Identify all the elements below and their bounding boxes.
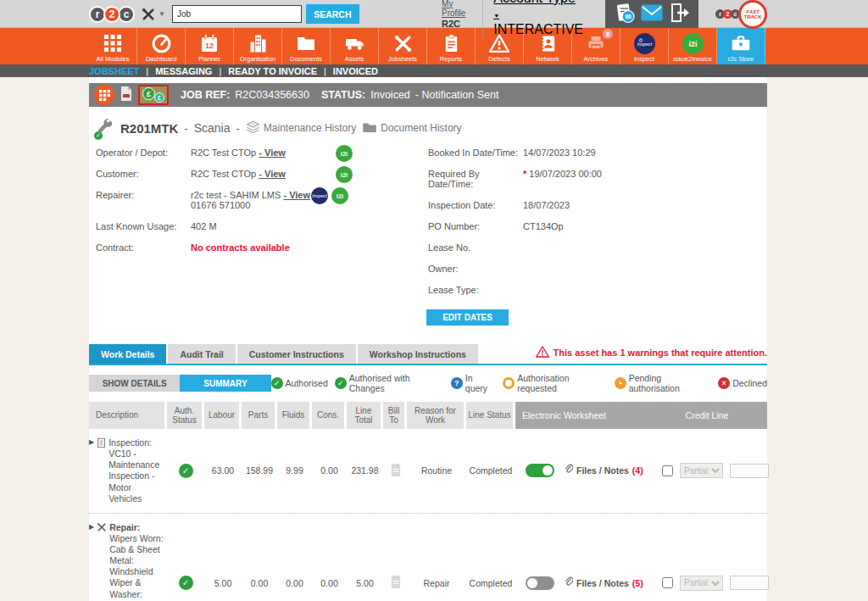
paperclip-icon: [565, 464, 573, 477]
details-left-column: Operator / Depot: R2C Test CTOp - View i…: [96, 147, 428, 306]
jobsheet-type-icon[interactable]: [94, 85, 114, 105]
subnav-invoiced[interactable]: INVOICED: [333, 66, 378, 76]
credit-type-select[interactable]: Partial: [680, 463, 723, 478]
module-jobsheets[interactable]: Jobsheets: [379, 28, 427, 64]
worksheet-toggle[interactable]: [526, 576, 554, 590]
detail-required-by: Required By Date/Time: * 19/07/2023 00:0…: [428, 169, 760, 189]
module-archives[interactable]: 8 Archives: [572, 28, 620, 64]
repair-line-icon: [97, 522, 107, 534]
work-line-row: ▶ Inspection: VC10 - Maintenance Inspect…: [89, 429, 767, 514]
credit-checkbox[interactable]: [662, 465, 673, 476]
i2i-badge[interactable]: i2i: [336, 145, 353, 162]
credit-amount-input[interactable]: [730, 576, 769, 590]
details-right-column: Booked In Date/Time: 14/07/2023 10:29 Re…: [428, 147, 760, 306]
module-issue2invoice[interactable]: i2i Issue2Invoice: [669, 28, 717, 64]
module-defects[interactable]: Defects: [476, 28, 524, 64]
subnav-ready-to-invoice[interactable]: READY TO INVOICE: [228, 66, 317, 76]
credit-type-select[interactable]: Partial: [680, 576, 723, 591]
tools-icon: [392, 32, 414, 54]
module-inspect[interactable]: Inspect Inspect: [620, 28, 669, 64]
i2i-badge[interactable]: i2i: [331, 187, 348, 204]
expand-row-icon[interactable]: ▶: [89, 437, 94, 447]
expand-row-icon[interactable]: ▶: [89, 522, 94, 531]
document-history-link[interactable]: Document History: [362, 121, 461, 136]
tab-workshop-instructions[interactable]: Workshop Instructions: [358, 344, 478, 364]
credit-amount-input[interactable]: [730, 464, 769, 478]
pending-authorisation-icon: [615, 377, 626, 389]
detail-operator-depot: Operator / Depot: R2C Test CTOp - View i…: [96, 147, 428, 158]
module-organisation[interactable]: Organisation: [234, 28, 282, 64]
tools-icon: [141, 7, 156, 22]
customer-view-link[interactable]: - View: [259, 169, 286, 179]
repairer-view-link[interactable]: - View: [283, 190, 310, 200]
summary-button[interactable]: SUMMARY: [180, 375, 270, 392]
status-note: - Notification Sent: [415, 89, 499, 101]
tab-work-details[interactable]: Work Details: [89, 344, 166, 364]
printer-icon: [585, 32, 607, 54]
operator-view-link[interactable]: - View: [259, 147, 286, 158]
search-input[interactable]: [172, 5, 302, 23]
status-value: Invoiced: [370, 89, 410, 101]
files-notes-link[interactable]: Files / Notes (5): [565, 576, 643, 590]
inspect-badge[interactable]: Inspect: [311, 187, 328, 204]
module-documents[interactable]: Documents: [282, 28, 331, 64]
detail-repairer: Repairer: r2c test - SAHIM LMS - View016…: [96, 190, 428, 210]
tab-customer-instructions[interactable]: Customer Instructions: [237, 344, 356, 364]
module-all-modules[interactable]: All Modules: [89, 28, 137, 64]
col-reason-for-work: Reason for Work: [407, 402, 466, 429]
show-details-button[interactable]: SHOW DETAILS: [89, 375, 180, 392]
detail-lease-type: Lease Type:: [428, 285, 760, 295]
bill-to-icon[interactable]: [389, 575, 402, 591]
inspection-line-icon: [97, 437, 106, 450]
r2c-logo[interactable]: r 2 c: [89, 6, 132, 23]
notifications-button[interactable]: 86: [613, 2, 635, 27]
maintenance-history-link[interactable]: Maintenance History: [246, 120, 356, 136]
module-assets[interactable]: Assets: [331, 28, 379, 64]
search-button[interactable]: SEARCH: [306, 4, 359, 24]
module-planner[interactable]: 12 Planner: [186, 28, 234, 64]
jobsheet-page: £ £ JOB REF: R2C034356630 STATUS: Invoic…: [89, 77, 767, 601]
inspect-badge-icon: Inspect: [633, 32, 656, 54]
edit-dates-button[interactable]: EDIT DATES: [426, 309, 509, 326]
detail-last-known-usage: Last Known Usage: 402 M: [96, 221, 428, 231]
my-profile-link[interactable]: My Profile: [442, 0, 472, 19]
authorised-status-icon: ✓: [179, 464, 193, 478]
contacts-book-icon: [538, 32, 558, 54]
logout-button[interactable]: [669, 3, 691, 26]
account-type-dropdown[interactable]: Account Type ▼: [493, 0, 583, 22]
parts-value: 0.00: [242, 578, 277, 588]
gauge-icon: [151, 32, 172, 54]
subnav-jobsheet[interactable]: JOBSHEET: [89, 66, 139, 76]
module-dashboard[interactable]: Dashboard: [137, 28, 186, 64]
in-query-icon: ?: [451, 377, 463, 389]
tab-audit-trail[interactable]: Audit Trail: [168, 344, 235, 364]
calendar-day: 12: [205, 41, 214, 49]
module-network[interactable]: Network: [524, 28, 572, 64]
subnav-messaging[interactable]: MESSAGING: [155, 66, 212, 76]
i2i-badge[interactable]: i2i: [336, 166, 353, 183]
parts-value: 158.99: [242, 465, 277, 476]
pound-icon-small: £: [154, 92, 164, 103]
fast-track-logo: r 2 c FASTTRACK: [715, 0, 767, 29]
required-asterisk: *: [523, 169, 526, 189]
files-notes-link[interactable]: Files / Notes (4): [565, 464, 643, 477]
wrench-status-icon: ✓: [96, 117, 114, 139]
chevron-down-icon: ▼: [493, 13, 499, 19]
worksheet-toggle[interactable]: [526, 464, 554, 477]
module-reports[interactable]: Reports: [427, 28, 476, 64]
col-electronic-worksheet: Electronic Worksheet: [515, 410, 647, 420]
my-profile[interactable]: My Profile R2C: [442, 0, 472, 29]
tab-bar: Work Details Audit Trail Customer Instru…: [89, 344, 767, 365]
search-category-dropdown[interactable]: ▼: [141, 7, 165, 22]
job-header-bar: £ £ JOB REF: R2C034356630 STATUS: Invoic…: [89, 83, 767, 107]
authorised-with-changes-icon: ✓: [335, 377, 347, 389]
authorised-icon: ✓: [271, 377, 283, 389]
asset-warning: This asset has 1 warnings that require a…: [536, 346, 767, 364]
folder-icon: [362, 121, 377, 136]
pdf-document-icon[interactable]: [120, 86, 133, 105]
messages-button[interactable]: [641, 4, 663, 25]
bill-to-icon[interactable]: [389, 463, 402, 479]
module-r2c-store[interactable]: r2c Store: [717, 28, 765, 64]
invoice-pound-toggle[interactable]: £ £: [138, 85, 169, 105]
credit-checkbox[interactable]: [662, 577, 673, 588]
